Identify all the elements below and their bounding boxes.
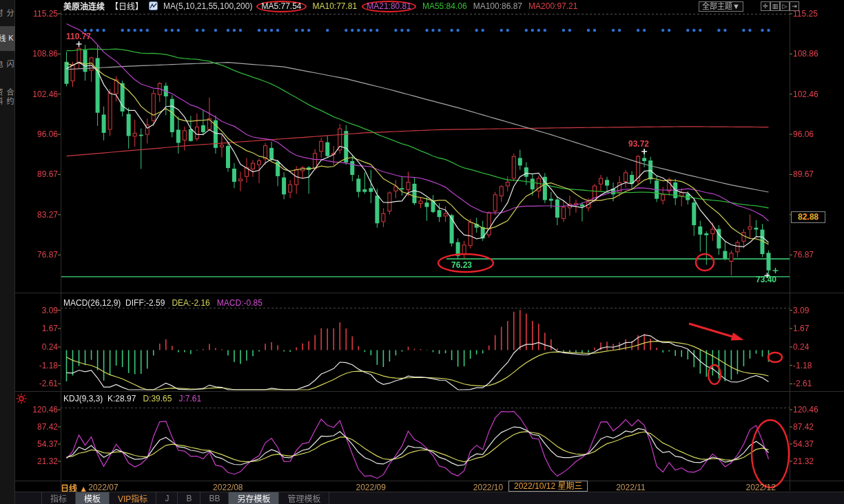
price-tick-left-1: 108.86 [15, 49, 58, 59]
ma-value-3: MA55:84.06 [422, 1, 467, 11]
bottom-tab-bar: 指标模板VIP指标JBBB另存模板管理模板 [15, 492, 844, 504]
price-tick-left-6: 76.87 [15, 250, 58, 260]
period-tag: 【日线】 [110, 0, 143, 12]
price-tick-left-0: 115.25 [15, 9, 58, 19]
sidebar: 分时图K线图闪电图合约资料 [0, 0, 15, 504]
kdj-k-value: K:28.97 [107, 394, 136, 403]
kdj-tick-left-0: 120.46 [15, 405, 58, 414]
price-tick-right-3: 96.06 [793, 129, 814, 139]
app-window: 分时图K线图闪电图合约资料 美原油连续【日线】 MA(5,10,21,55,10… [0, 0, 844, 504]
macd-tick-left-4: -2.61 [15, 379, 58, 388]
support-price-label-1: 76.23 [451, 260, 472, 270]
price-tick-left-4: 89.67 [15, 169, 58, 179]
macd-value: MACD:-0.85 [217, 298, 263, 308]
kdj-j-value: J:7.61 [178, 394, 201, 403]
kdj-tick-right-1: 87.42 [793, 422, 814, 432]
chart-header: 美原油连续【日线】 MA(5,10,21,55,100,200) MA5:77.… [63, 0, 584, 12]
macd-tick-left-2: 0.24 [15, 342, 58, 352]
price-tick-right-6: 76.87 [793, 250, 814, 260]
ma-value-4: MA100:86.87 [473, 1, 522, 11]
last-price-box: 82.88 [791, 211, 825, 223]
kdj-tick-left-2: 54.37 [15, 439, 58, 449]
tab-5[interactable]: BB [200, 492, 229, 504]
tab-3[interactable]: J [156, 492, 178, 504]
price-tick-right-4: 89.67 [793, 169, 814, 179]
price-tick-right-0: 115.25 [793, 9, 818, 19]
ma-value-1: MA10:77.81 [313, 1, 358, 11]
price-tick-left-2: 102.46 [15, 90, 58, 99]
sidebar-item-2[interactable]: 闪电图 [0, 51, 15, 77]
tab-2[interactable]: VIP指标 [110, 492, 156, 504]
ma-values: MA5:77.54MA10:77.81MA21:80.81MA55:84.06M… [258, 1, 584, 11]
sidebar-item-0[interactable]: 分时图 [0, 0, 15, 26]
tab-6[interactable]: 另存模板 [229, 492, 279, 504]
sidebar-item-3[interactable]: 合约资料 [0, 77, 15, 117]
sidebar-item-1[interactable]: K线图 [0, 26, 15, 51]
kdj-tick-right-2: 54.37 [793, 439, 814, 449]
support-price-label-2: 73.40 [756, 275, 776, 284]
date-label-2: 2022/09 [356, 483, 385, 492]
sun-marker-icon [16, 393, 27, 404]
expand-bars-button[interactable]: ▷ [780, 1, 790, 11]
kdj-d-value: D:39.65 [143, 394, 172, 403]
kdj-tick-left-3: 21.32 [15, 456, 58, 466]
macd-tick-right-2: 0.24 [793, 342, 809, 352]
compress-bars-button[interactable]: ▥ [770, 1, 780, 11]
macd-diff-value: DIFF:-2.59 [125, 298, 165, 308]
date-label-0: 2022/07 [88, 483, 118, 492]
price-tick-right-2: 102.46 [793, 90, 819, 99]
macd-tick-left-0: 3.09 [15, 306, 58, 315]
crosshair-date-box: 2022/10/12 星期三 [508, 481, 588, 492]
ma-value-5: MA200:97.21 [528, 1, 577, 11]
price-tick-right-1: 108.86 [793, 49, 819, 59]
macd-tick-left-1: 1.67 [15, 324, 58, 333]
tab-1[interactable]: 模板 [76, 492, 110, 504]
macd-tick-right-3: -1.18 [793, 361, 812, 370]
crosshair-button[interactable]: ✛ [761, 1, 770, 11]
tab-0[interactable]: 指标 [41, 492, 76, 504]
date-label-5: 2022/12 [746, 483, 776, 492]
date-label-3: 2022/10 [473, 483, 503, 492]
price-tick-left-5: 83.27 [15, 210, 58, 220]
date-label-1: 2022/08 [213, 483, 243, 492]
macd-tick-left-3: -1.18 [15, 361, 58, 370]
macd-tick-right-0: 3.09 [793, 306, 809, 315]
ma-value-0: MA5:77.54 [256, 1, 306, 12]
macd-tick-right-1: 1.67 [793, 324, 809, 333]
tab-4[interactable]: B [178, 492, 200, 504]
kdj-title: KDJ(9,3,3) [63, 394, 103, 403]
macd-tick-right-4: -2.61 [793, 379, 812, 388]
price-tick-left-3: 96.06 [15, 129, 58, 139]
kdj-tick-right-3: 21.32 [793, 456, 814, 466]
kdj-tick-left-1: 87.42 [15, 422, 58, 432]
chart-canvas[interactable] [0, 0, 844, 504]
theme-dropdown[interactable]: 全部主题▼ [699, 1, 743, 12]
symbol-name: 美原油连续 [63, 0, 105, 12]
chart-type-icon [149, 1, 158, 10]
tab-7[interactable]: 管理模板 [279, 492, 329, 504]
ma-params: MA(5,10,21,55,100,200) [163, 1, 252, 11]
macd-header: MACD(26,12,9) DIFF:-2.59 DEA:-2.16 MACD:… [63, 298, 263, 308]
kdj-tick-right-0: 120.46 [793, 405, 819, 414]
macd-dea-value: DEA:-2.16 [172, 298, 209, 308]
macd-title: MACD(26,12,9) [63, 298, 121, 308]
swing-high-label-1: 110.77 [66, 32, 91, 41]
kdj-header: KDJ(9,3,3) K:28.97 D:39.65 J:7.61 [63, 394, 201, 403]
date-label-4: 2022/11 [616, 483, 646, 492]
swing-high-label-2: 93.72 [628, 139, 649, 149]
ma-value-2: MA21:80.81 [362, 1, 416, 12]
